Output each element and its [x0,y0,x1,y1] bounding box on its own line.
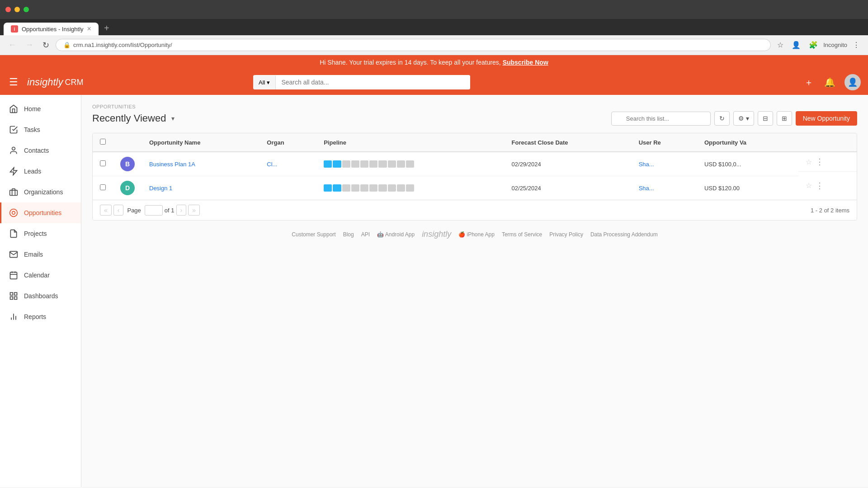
next-page-button[interactable]: › [176,205,187,216]
row-user-cell[interactable]: Sha... [632,176,697,200]
footer-android-app-link[interactable]: 🤖 Android App [377,231,415,238]
sidebar-label-dashboards: Dashboards [24,292,58,300]
prev-page-button[interactable]: ‹ [113,205,124,216]
filter-button[interactable]: ⊟ [758,111,773,126]
sidebar-item-projects[interactable]: Projects [0,223,81,244]
pipeline-stage [397,184,405,192]
incognito-label: Incognito [823,42,847,48]
title-dropdown-arrow[interactable]: ▾ [171,115,175,122]
footer-customer-support-link[interactable]: Customer Support [292,231,335,238]
view-toggle-button[interactable]: ⊞ [777,111,792,126]
sidebar-item-contacts[interactable]: Contacts [0,140,81,161]
new-opportunity-button[interactable]: New Opportunity [796,111,857,126]
app-header: ☰ insightly CRM All ▾ ＋ 🔔 👤 [0,70,868,95]
footer-iphone-app-link[interactable]: 🍎 iPhone App [458,231,495,238]
sidebar-label-home: Home [24,105,41,113]
row-pipeline-cell [316,176,504,200]
global-search-input[interactable] [276,75,470,89]
footer-terms-link[interactable]: Terms of Service [502,231,542,238]
more-actions-button[interactable]: ⋮ [816,181,824,191]
user-avatar-button[interactable]: 👤 [844,74,861,90]
sidebar-item-reports[interactable]: Reports [0,306,81,327]
hamburger-button[interactable]: ☰ [7,75,20,90]
table-header-row: Opportunity Name Organ Pipeline Forecast… [93,133,857,152]
col-header-opp-value[interactable]: Opportunity Va [697,133,798,152]
select-all-checkbox-header[interactable] [93,133,113,152]
user-link[interactable]: Sha... [639,185,654,192]
col-header-user-re[interactable]: User Re [632,133,697,152]
organizations-icon [9,187,19,197]
tab-favicon: i [11,25,18,33]
search-list-input[interactable] [611,112,711,126]
menu-button[interactable]: ⋮ [850,39,863,51]
page-number-input[interactable]: 1 [145,205,163,216]
row-organ-cell[interactable]: Cl... [259,152,316,176]
first-page-button[interactable]: « [100,205,112,216]
contacts-icon [9,145,19,155]
extensions-button[interactable]: 🧩 [806,39,821,51]
row-checkbox-cell[interactable] [93,176,113,200]
active-tab[interactable]: i Opportunities - Insightly × [4,23,99,35]
back-button[interactable]: ← [5,38,19,52]
sidebar-item-calendar[interactable]: Calendar [0,265,81,286]
opportunity-link[interactable]: Business Plan 1A [149,161,195,168]
row-user-cell[interactable]: Sha... [632,152,697,176]
row-name-cell[interactable]: Design 1 [142,176,259,200]
search-all-button[interactable]: All ▾ [253,75,276,89]
sidebar-item-opportunities[interactable]: Opportunities [0,202,81,223]
footer-api-link[interactable]: API [361,231,370,238]
row-close-date-cell: 02/25/2024 [505,176,632,200]
new-tab-button[interactable]: + [100,21,113,35]
sidebar-item-emails[interactable]: Emails [0,244,81,265]
settings-button[interactable]: ⚙ ▾ [733,111,754,126]
star-button[interactable]: ☆ [806,181,812,190]
row-checkbox-cell[interactable] [93,152,113,176]
sidebar-item-home[interactable]: Home [0,99,81,119]
opportunity-link[interactable]: Design 1 [149,185,172,192]
footer-dpa-link[interactable]: Data Processing Addendum [590,231,658,238]
logo-text: insightly [27,76,63,88]
footer-privacy-link[interactable]: Privacy Policy [549,231,583,238]
more-actions-button[interactable]: ⋮ [816,157,824,167]
select-all-checkbox[interactable] [100,139,106,145]
pipeline-stage [342,160,350,168]
profile-button[interactable]: 👤 [789,39,803,51]
sidebar-item-leads[interactable]: Leads [0,161,81,182]
calendar-icon [9,270,19,280]
reload-button[interactable]: ↻ [40,38,52,52]
row-value-cell: USD $100,0... [697,152,798,176]
svg-rect-9 [10,293,13,296]
subscribe-link[interactable]: Subscribe Now [503,59,548,66]
col-header-name[interactable]: Opportunity Name [142,133,259,152]
sidebar-item-organizations[interactable]: Organizations [0,182,81,202]
col-header-pipeline[interactable]: Pipeline [316,133,504,152]
row-avatar-cell: B [113,152,142,176]
bookmark-button[interactable]: ☆ [774,39,786,51]
content-title-row: Recently Viewed ▾ 🔍 ↻ ⚙ ▾ ⊟ ⊞ New Opport… [92,111,857,126]
col-header-organ[interactable]: Organ [259,133,316,152]
sidebar-item-dashboards[interactable]: Dashboards [0,286,81,306]
col-header-close-date[interactable]: Forecast Close Date [505,133,632,152]
notifications-button[interactable]: 🔔 [822,75,837,89]
browser-chrome [0,0,868,19]
refresh-button[interactable]: ↻ [714,111,730,126]
pipeline-stage [388,184,396,192]
pipeline-stage [406,160,414,168]
user-link[interactable]: Sha... [639,161,654,168]
forward-button[interactable]: → [23,38,36,52]
footer-blog-link[interactable]: Blog [343,231,354,238]
organ-link[interactable]: Cl... [267,161,277,168]
add-button[interactable]: ＋ [802,75,815,90]
last-page-button[interactable]: » [188,205,200,216]
row-name-cell[interactable]: Business Plan 1A [142,152,259,176]
logo-area: insightly CRM [27,76,83,88]
row-checkbox[interactable] [100,184,106,190]
address-bar[interactable]: 🔒 crm.na1.insightly.com/list/Opportunity… [56,39,771,51]
pipeline-stage [369,184,377,192]
star-button[interactable]: ☆ [806,158,812,166]
row-checkbox[interactable] [100,160,106,166]
sidebar-item-tasks[interactable]: Tasks [0,119,81,140]
emails-icon [9,249,19,259]
tab-close-button[interactable]: × [87,25,91,33]
pipeline-stage [351,184,359,192]
